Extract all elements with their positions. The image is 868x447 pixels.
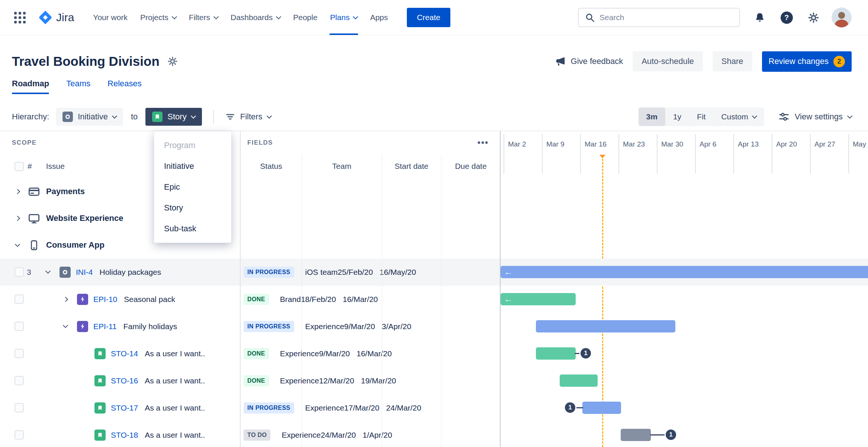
select-all-checkbox[interactable] <box>15 162 24 171</box>
zoom-option-custom[interactable]: Custom <box>713 107 764 126</box>
chevron-down-icon[interactable] <box>353 14 358 19</box>
nav-item-filters[interactable]: Filters <box>183 0 224 35</box>
start-date-cell[interactable]: 9/Mar/20 <box>344 322 382 331</box>
dependency-count-badge[interactable]: 1 <box>665 428 677 441</box>
zoom-option-1y[interactable]: 1y <box>665 107 689 126</box>
team-cell[interactable]: Experience <box>269 349 319 358</box>
scope-row-sto-17[interactable]: STO-17As a user I want.. <box>0 394 240 421</box>
due-date-cell[interactable]: 1/Apr/20 <box>363 431 399 440</box>
gantt-bar-epi-11[interactable] <box>536 320 675 332</box>
nav-item-projects[interactable]: Projects <box>134 0 183 35</box>
user-avatar[interactable] <box>832 7 852 28</box>
chevron-down-icon[interactable] <box>752 113 757 118</box>
scope-row-epi-10[interactable]: EPI-10Seasonal pack <box>0 286 240 313</box>
chevron-right-icon[interactable] <box>15 189 20 194</box>
auto-schedule-button[interactable]: Auto-schedule <box>633 51 703 71</box>
fields-more-menu-icon[interactable]: ••• <box>478 138 489 148</box>
gantt-bar-sto-14[interactable] <box>536 347 576 360</box>
issue-key[interactable]: STO-16 <box>111 376 138 385</box>
expand-toggle-icon[interactable] <box>63 296 68 302</box>
review-changes-button[interactable]: Review changes 2 <box>762 51 852 72</box>
status-badge[interactable]: DONE <box>244 375 269 386</box>
search-input[interactable] <box>599 13 733 22</box>
menu-item-sub-task[interactable]: Sub-task <box>154 218 231 239</box>
due-date-cell[interactable]: 24/Mar/20 <box>386 403 428 412</box>
issue-key[interactable]: STO-17 <box>111 403 138 412</box>
start-date-cell[interactable]: 25/Feb/20 <box>338 268 380 277</box>
status-badge[interactable]: IN PROGRESS <box>244 267 294 278</box>
gantt-bar-sto-18[interactable] <box>621 429 651 441</box>
scope-row-ini-4[interactable]: 3INI-4Holiday packages <box>0 258 240 286</box>
nav-item-dashboards[interactable]: Dashboards <box>224 0 287 35</box>
start-date-cell[interactable]: 24/Mar/20 <box>321 431 363 440</box>
give-feedback-button[interactable]: Give feedback <box>555 56 623 67</box>
scope-row-sto-18[interactable]: STO-18As a user I want.. <box>0 421 240 447</box>
menu-item-initiative[interactable]: Initiative <box>154 156 231 177</box>
issue-key[interactable]: EPI-10 <box>93 295 117 304</box>
hierarchy-from-dropdown[interactable]: Initiative <box>56 108 123 126</box>
status-badge[interactable]: IN PROGRESS <box>244 321 294 332</box>
chevron-down-icon[interactable] <box>15 241 20 247</box>
row-checkbox[interactable] <box>15 430 24 440</box>
team-cell[interactable]: iOS team <box>294 268 338 277</box>
start-date-cell[interactable]: 12/Mar/20 <box>319 376 361 385</box>
filters-button[interactable]: Filters <box>225 112 271 122</box>
nav-item-apps[interactable]: Apps <box>364 0 394 35</box>
start-date-cell[interactable]: 9/Mar/20 <box>319 349 357 358</box>
hierarchy-to-dropdown[interactable]: Story <box>145 108 202 126</box>
due-date-cell[interactable]: 16/May/20 <box>380 268 423 277</box>
chevron-down-icon[interactable] <box>172 14 177 19</box>
gantt-bar-epi-10[interactable]: ← <box>501 293 576 305</box>
row-checkbox[interactable] <box>15 376 24 385</box>
gantt-bar-sto-16[interactable] <box>560 374 598 387</box>
team-cell[interactable]: Experience <box>270 431 321 440</box>
search-box[interactable] <box>578 8 740 27</box>
settings-gear-icon[interactable] <box>805 9 822 26</box>
due-date-cell[interactable]: 16/Mar/20 <box>357 349 399 358</box>
nav-item-people[interactable]: People <box>287 0 324 35</box>
scope-row-sto-16[interactable]: STO-16As a user I want.. <box>0 367 240 394</box>
expand-toggle-icon[interactable] <box>13 244 22 246</box>
issue-key[interactable]: EPI-11 <box>93 322 117 331</box>
start-date-cell[interactable]: 17/Mar/20 <box>344 403 386 412</box>
share-button[interactable]: Share <box>713 51 752 71</box>
jira-home-link[interactable]: Jira <box>38 10 74 25</box>
zoom-option-3m[interactable]: 3m <box>639 107 665 126</box>
gantt-bar-sto-17[interactable] <box>582 402 621 414</box>
status-badge[interactable]: IN PROGRESS <box>244 402 294 414</box>
row-checkbox[interactable] <box>15 295 24 304</box>
expand-toggle-icon[interactable] <box>63 323 68 328</box>
tab-teams[interactable]: Teams <box>66 79 90 94</box>
tab-releases[interactable]: Releases <box>107 79 142 94</box>
plan-settings-gear-icon[interactable] <box>167 56 178 67</box>
row-checkbox[interactable] <box>15 322 24 331</box>
status-badge[interactable]: DONE <box>244 294 269 305</box>
status-badge[interactable]: DONE <box>244 348 269 359</box>
menu-item-epic[interactable]: Epic <box>154 177 231 197</box>
help-icon[interactable]: ? <box>778 9 795 26</box>
issue-key[interactable]: STO-18 <box>111 431 138 440</box>
issue-key[interactable]: STO-14 <box>111 349 138 358</box>
chevron-down-icon[interactable] <box>213 14 219 19</box>
tab-roadmap[interactable]: Roadmap <box>12 79 49 94</box>
menu-item-story[interactable]: Story <box>154 197 231 218</box>
gantt-bar-ini-4[interactable]: ← <box>501 266 868 278</box>
create-button[interactable]: Create <box>407 8 450 27</box>
dependency-count-badge[interactable]: 1 <box>564 401 576 414</box>
scope-row-sto-14[interactable]: STO-14As a user I want.. <box>0 340 240 367</box>
team-cell[interactable]: Brand <box>269 295 301 304</box>
expand-toggle-icon[interactable] <box>45 268 51 274</box>
expand-toggle-icon[interactable] <box>13 190 22 193</box>
chevron-right-icon[interactable] <box>15 216 20 221</box>
dependency-count-badge[interactable]: 1 <box>579 347 592 360</box>
row-checkbox[interactable] <box>15 349 24 358</box>
app-switcher-icon[interactable] <box>11 9 29 26</box>
row-checkbox[interactable] <box>15 403 24 412</box>
team-cell[interactable]: Experience <box>269 376 319 385</box>
scope-row-epi-11[interactable]: EPI-11Family holidays <box>0 313 240 340</box>
due-date-cell[interactable]: 3/Apr/20 <box>382 322 418 331</box>
expand-toggle-icon[interactable] <box>13 216 22 220</box>
issue-key[interactable]: INI-4 <box>76 268 93 277</box>
notifications-bell-icon[interactable] <box>751 9 768 26</box>
nav-item-plans[interactable]: Plans <box>324 0 364 35</box>
